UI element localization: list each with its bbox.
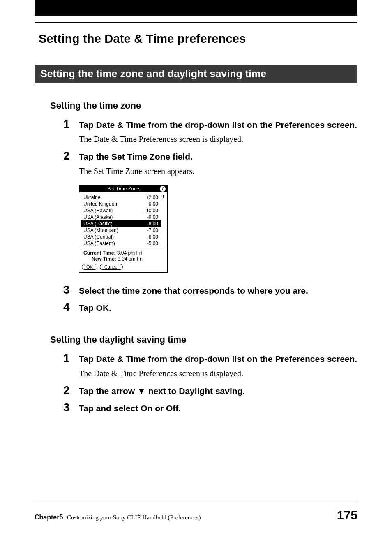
page-title: Setting the Date & Time preferences bbox=[39, 32, 357, 46]
step-body: The Date & Time Preferences screen is di… bbox=[79, 133, 357, 145]
content-area: Setting the Date & Time preferences Sett… bbox=[35, 32, 357, 494]
screenshot-buttons: OK Cancel bbox=[79, 263, 167, 272]
list-item[interactable]: Ukraine +2:00 bbox=[81, 194, 161, 201]
tz-offset: -9:00 bbox=[147, 214, 158, 220]
subsection-heading-timezone: Setting the time zone bbox=[50, 100, 357, 111]
step: 1 Tap Date & Time from the drop-down lis… bbox=[63, 353, 357, 379]
time-info: Current Time: 3:04 pm Fri New Time: 3:04… bbox=[79, 248, 167, 263]
page-number: 175 bbox=[337, 508, 357, 522]
tz-name: USA (Pacific) bbox=[83, 221, 113, 227]
step-title: Tap Date & Time from the drop-down list … bbox=[79, 119, 357, 131]
steps-timezone-cont: 3 Select the time zone that corresponds … bbox=[63, 285, 357, 314]
scrollbar[interactable]: ⬆ bbox=[161, 194, 166, 247]
ok-button[interactable]: OK bbox=[82, 264, 97, 270]
step-title: Tap Date & Time from the drop-down list … bbox=[79, 353, 357, 365]
steps-timezone: 1 Tap Date & Time from the drop-down lis… bbox=[63, 119, 357, 177]
tz-offset: 0:00 bbox=[149, 201, 158, 207]
header-blackbar bbox=[35, 0, 357, 16]
step-number: 3 bbox=[63, 283, 70, 297]
down-arrow-icon: ▼ bbox=[137, 386, 146, 396]
footer-chapter: Chapter5 bbox=[35, 514, 63, 521]
step-title-post: next to Daylight saving. bbox=[146, 386, 245, 396]
step-number: 2 bbox=[63, 384, 70, 397]
spacer bbox=[35, 320, 357, 334]
header-rule bbox=[35, 22, 357, 23]
timezone-list[interactable]: Ukraine +2:00 United Kingdom 0:00 USA (H… bbox=[81, 194, 166, 247]
tz-name: United Kingdom bbox=[83, 201, 118, 207]
step: 2 Tap the Set Time Zone field. The Set T… bbox=[63, 151, 357, 177]
current-time-label: Current Time: bbox=[83, 250, 115, 256]
tz-offset: +2:00 bbox=[146, 195, 158, 200]
device-screenshot: Set Time Zone i Ukraine +2:00 United Kin… bbox=[79, 185, 168, 273]
footer-left: Chapter5 Customizing your Sony CLIÉ Hand… bbox=[35, 514, 201, 521]
step: 3 Tap and select On or Off. bbox=[63, 403, 357, 414]
list-item[interactable]: USA (Central) -6:00 bbox=[81, 234, 161, 240]
list-item[interactable]: USA (Eastern) -5:00 bbox=[81, 240, 161, 247]
tz-name: USA (Mountain) bbox=[83, 227, 118, 233]
tz-name: USA (Alaska) bbox=[83, 214, 113, 220]
screenshot-titlebar: Set Time Zone i bbox=[79, 185, 167, 192]
step-title: Tap and select On or Off. bbox=[79, 403, 357, 414]
tz-offset: -7:00 bbox=[147, 227, 158, 233]
info-icon[interactable]: i bbox=[160, 186, 166, 192]
step-title: Tap OK. bbox=[79, 302, 357, 314]
subsection-heading-dst: Setting the daylight saving time bbox=[50, 334, 357, 345]
step-title: Tap the arrow ▼ next to Daylight saving. bbox=[79, 385, 357, 397]
step-number: 3 bbox=[63, 401, 70, 414]
tz-offset: -6:00 bbox=[147, 234, 158, 240]
step-body: The Set Time Zone screen appears. bbox=[79, 165, 357, 177]
section-banner: Setting the time zone and daylight savin… bbox=[35, 65, 357, 83]
tz-name: Ukraine bbox=[83, 195, 100, 200]
step: 1 Tap Date & Time from the drop-down lis… bbox=[63, 119, 357, 145]
list-item[interactable]: USA (Alaska) -9:00 bbox=[81, 214, 161, 220]
list-item-selected[interactable]: USA (Pacific) -8:00 bbox=[81, 220, 161, 227]
step-title: Tap the Set Time Zone field. bbox=[79, 151, 357, 162]
step: 4 Tap OK. bbox=[63, 302, 357, 314]
tz-offset: -10:00 bbox=[144, 208, 158, 213]
scroll-up-icon[interactable]: ⬆ bbox=[162, 194, 165, 199]
tz-name: USA (Central) bbox=[83, 234, 114, 240]
new-time-value: 3:04 pm Fri bbox=[118, 256, 143, 262]
list-item[interactable]: USA (Hawaii) -10:00 bbox=[81, 207, 161, 214]
cancel-button[interactable]: Cancel bbox=[100, 264, 123, 270]
step-number: 4 bbox=[63, 301, 70, 314]
step-body: The Date & Time Preferences screen is di… bbox=[79, 368, 357, 380]
footer-desc: Customizing your Sony CLIÉ Handheld (Pre… bbox=[67, 514, 201, 521]
step: 3 Select the time zone that corresponds … bbox=[63, 285, 357, 297]
page: Setting the Date & Time preferences Sett… bbox=[0, 0, 392, 556]
new-time-label: New Time: bbox=[92, 256, 116, 262]
step: 2 Tap the arrow ▼ next to Daylight savin… bbox=[63, 385, 357, 397]
step-title-pre: Tap the arrow bbox=[79, 386, 137, 396]
page-footer: Chapter5 Customizing your Sony CLIÉ Hand… bbox=[35, 503, 357, 522]
list-item[interactable]: USA (Mountain) -7:00 bbox=[81, 227, 161, 234]
tz-name: USA (Hawaii) bbox=[83, 208, 113, 213]
tz-offset: -5:00 bbox=[147, 241, 158, 246]
step-title: Select the time zone that corresponds to… bbox=[79, 285, 357, 297]
step-number: 1 bbox=[63, 352, 70, 365]
screenshot-title-text: Set Time Zone bbox=[107, 186, 139, 192]
steps-dst: 1 Tap Date & Time from the drop-down lis… bbox=[63, 353, 357, 414]
step-number: 2 bbox=[63, 149, 70, 162]
tz-name: USA (Eastern) bbox=[83, 241, 115, 246]
step-number: 1 bbox=[63, 118, 70, 131]
current-time-value: 3:04 pm Fri bbox=[117, 250, 142, 256]
tz-offset: -8:00 bbox=[147, 221, 158, 227]
list-item[interactable]: United Kingdom 0:00 bbox=[81, 201, 161, 207]
